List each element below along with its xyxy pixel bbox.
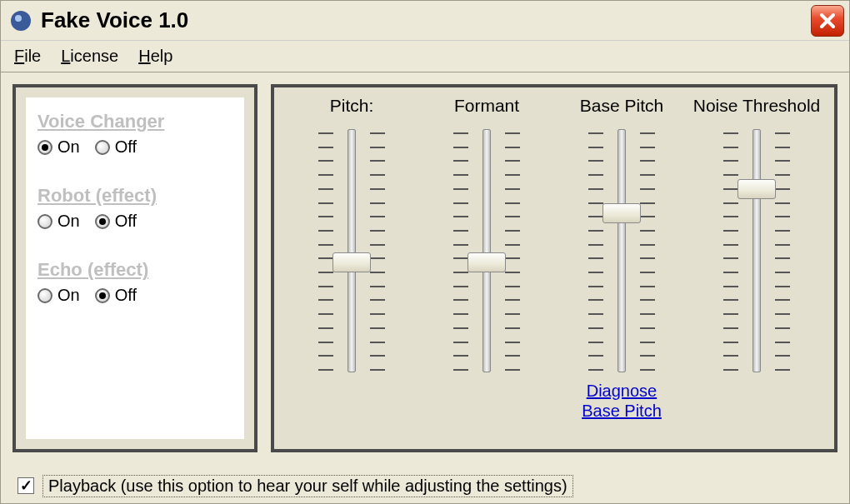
echo-radios: On Off bbox=[38, 286, 232, 305]
radio-label-on: On bbox=[58, 286, 80, 305]
robot-off-radio[interactable]: Off bbox=[95, 212, 137, 231]
radio-label-on: On bbox=[58, 212, 80, 231]
voice-changer-group: Voice Changer On Off bbox=[38, 111, 232, 157]
noise-thumb[interactable] bbox=[738, 179, 776, 199]
base-pitch-slider-col: Base Pitch Diagnose Base Pitch bbox=[559, 96, 684, 442]
echo-on-radio[interactable]: On bbox=[38, 286, 80, 305]
playback-checkbox[interactable] bbox=[18, 477, 34, 494]
pitch-slider[interactable] bbox=[315, 126, 388, 376]
formant-slider-col: Formant bbox=[424, 96, 549, 442]
noise-slider-col: Noise Threshold bbox=[694, 96, 819, 442]
formant-label: Formant bbox=[454, 96, 519, 119]
echo-title: Echo (effect) bbox=[38, 259, 232, 281]
svg-point-0 bbox=[11, 11, 31, 31]
robot-title: Robot (effect) bbox=[38, 185, 232, 207]
pitch-thumb[interactable] bbox=[332, 252, 371, 272]
menu-help[interactable]: Help bbox=[138, 47, 172, 66]
formant-slider[interactable] bbox=[450, 126, 523, 376]
noise-label: Noise Threshold bbox=[693, 96, 821, 119]
robot-group: Robot (effect) On Off bbox=[38, 185, 232, 231]
menu-file[interactable]: File bbox=[14, 47, 41, 66]
robot-on-radio[interactable]: On bbox=[38, 212, 80, 231]
effects-panel: Voice Changer On Off Robot (effect) On O… bbox=[12, 84, 258, 452]
titlebar: Fake Voice 1.0 bbox=[1, 1, 849, 41]
pitch-slider-col: Pitch: bbox=[289, 96, 414, 442]
app-icon bbox=[9, 9, 32, 32]
svg-point-1 bbox=[15, 15, 22, 22]
echo-off-radio[interactable]: Off bbox=[95, 286, 137, 305]
pitch-label: Pitch: bbox=[330, 96, 374, 119]
radio-label-on: On bbox=[58, 137, 80, 157]
noise-slider[interactable] bbox=[720, 126, 793, 376]
playback-row: Playback (use this option to hear your s… bbox=[1, 468, 849, 503]
base-pitch-slider[interactable] bbox=[585, 126, 658, 376]
app-window: Fake Voice 1.0 File License Help Voice C… bbox=[0, 0, 850, 504]
echo-group: Echo (effect) On Off bbox=[38, 259, 232, 305]
robot-radios: On Off bbox=[38, 212, 232, 231]
voice-changer-radios: On Off bbox=[38, 137, 232, 157]
close-button[interactable] bbox=[811, 5, 844, 37]
radio-label-off: Off bbox=[115, 212, 137, 231]
main-area: Voice Changer On Off Robot (effect) On O… bbox=[1, 72, 849, 468]
close-icon bbox=[818, 12, 837, 30]
radio-label-off: Off bbox=[115, 286, 137, 305]
base-pitch-label: Base Pitch bbox=[580, 96, 663, 119]
voice-changer-title: Voice Changer bbox=[38, 111, 232, 132]
effects-panel-inner: Voice Changer On Off Robot (effect) On O… bbox=[26, 97, 244, 439]
radio-label-off: Off bbox=[115, 137, 137, 157]
formant-thumb[interactable] bbox=[468, 252, 506, 272]
diagnose-base-pitch-link[interactable]: Diagnose Base Pitch bbox=[582, 381, 662, 421]
playback-label: Playback (use this option to hear your s… bbox=[42, 475, 573, 497]
window-title: Fake Voice 1.0 bbox=[41, 7, 811, 33]
sliders-panel: Pitch: Formant Base bbox=[271, 84, 838, 452]
sliders-row: Pitch: Formant Base bbox=[289, 96, 819, 442]
menu-license[interactable]: License bbox=[61, 47, 118, 66]
voice-changer-on-radio[interactable]: On bbox=[38, 137, 80, 157]
base-pitch-thumb[interactable] bbox=[602, 203, 641, 223]
voice-changer-off-radio[interactable]: Off bbox=[95, 137, 137, 157]
menubar: File License Help bbox=[1, 41, 849, 72]
